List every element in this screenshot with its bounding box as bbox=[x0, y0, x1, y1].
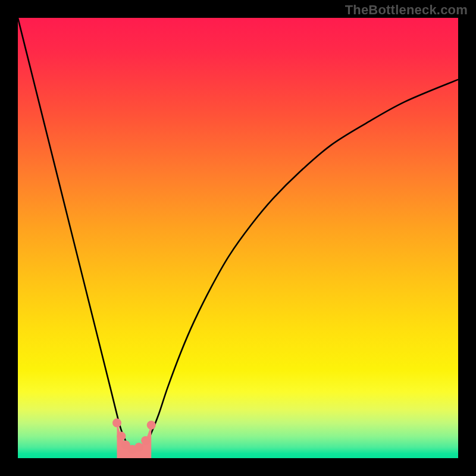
chart-outer-frame: TheBottleneck.com bbox=[0, 0, 476, 476]
marker-dot bbox=[141, 436, 150, 445]
marker-dot bbox=[134, 443, 143, 452]
marker-dot bbox=[147, 421, 156, 430]
marker-dot bbox=[117, 432, 126, 441]
watermark-text: TheBottleneck.com bbox=[345, 2, 468, 18]
curve-layer bbox=[18, 18, 458, 458]
plot-area bbox=[18, 18, 458, 458]
bottleneck-curve bbox=[18, 18, 458, 450]
marker-dot bbox=[112, 418, 121, 427]
